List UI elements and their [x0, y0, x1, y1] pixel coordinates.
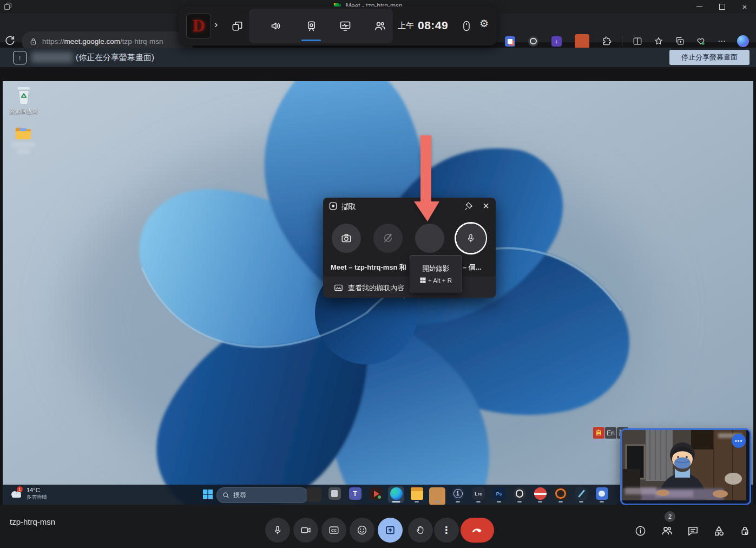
capture-widget-title: 擷取 [341, 202, 356, 212]
mouse-icon[interactable] [459, 18, 474, 34]
start-recording-tooltip: 開始錄影 + Alt + R [410, 255, 462, 292]
taskbar-app-lightroom[interactable]: Lrc [470, 486, 487, 503]
ext-blue-tool-icon[interactable] [505, 36, 515, 47]
chat-icon[interactable] [686, 524, 700, 538]
audio-icon[interactable] [268, 18, 284, 34]
reactions-button[interactable] [350, 518, 374, 543]
split-screen-icon[interactable] [629, 33, 646, 49]
ext-video-downloader-icon[interactable]: ↓ [551, 36, 562, 47]
taskbar-app-file-explorer[interactable] [409, 486, 425, 503]
video-more-options-button[interactable]: ••• [732, 434, 746, 448]
participants-count-badge: 2 [665, 511, 675, 522]
taskbar-app-photoshop[interactable]: Ps [491, 486, 507, 503]
widgets-icon[interactable] [229, 18, 245, 34]
taskbar-app-edge[interactable] [388, 486, 404, 503]
spacer-hidden [415, 224, 444, 253]
taskbar-app-red-green[interactable] [367, 486, 384, 503]
capture-mic-button[interactable] [456, 224, 485, 253]
taskbar-app-colorful-grid[interactable] [306, 486, 322, 503]
desktop-icon-folder[interactable] [9, 125, 37, 154]
ime-key-english[interactable]: En [605, 427, 616, 439]
meeting-details-icon[interactable] [633, 524, 647, 538]
ext-recorder-icon[interactable] [528, 36, 538, 47]
meeting-code: tzp-htrq-msn [10, 517, 55, 526]
start-button[interactable] [202, 489, 213, 500]
host-controls-lock-icon[interactable] [738, 524, 752, 538]
tooltip-shortcut: + Alt + R [428, 277, 452, 284]
favorites-star-icon[interactable] [650, 33, 667, 49]
self-video-preview[interactable]: ••• [620, 428, 751, 505]
meet-control-bar: tzp-htrq-msn CC [0, 505, 756, 548]
windows-logo-icon [202, 489, 213, 500]
close-button[interactable]: × [733, 0, 756, 14]
people-social-icon[interactable] [372, 18, 387, 34]
performance-icon[interactable] [338, 18, 353, 34]
more-options-button[interactable]: ⋮ [434, 518, 459, 543]
end-call-button[interactable] [461, 518, 494, 543]
url-text: https://meet.google.com/tzp-htrq-msn [42, 37, 163, 45]
capture-icon[interactable] [304, 18, 319, 34]
taskbar-app-paint-pen[interactable] [573, 486, 589, 503]
captions-button[interactable]: CC [321, 518, 346, 543]
taskbar-app-orange-dial[interactable] [553, 486, 569, 503]
annotation-arrow-icon [406, 133, 449, 225]
desktop-icon-recycle-bin[interactable]: 資源回收筒 [8, 84, 40, 114]
record-last-30s-button-disabled[interactable] [373, 224, 403, 253]
recycle-bin-label: 資源回收筒 [8, 108, 40, 114]
participants-icon[interactable] [660, 524, 674, 538]
capture-active-underline [301, 40, 321, 41]
activities-icon[interactable] [712, 524, 726, 538]
share-arrow-icon: ↑ [13, 51, 27, 64]
recycle-bin-icon [15, 84, 33, 106]
game-tile[interactable]: D [186, 14, 211, 38]
toolbar-right-icons: ↓ ⋯ [505, 33, 751, 49]
webcam-scene [622, 430, 746, 500]
taskbar-app-dark-ring[interactable] [511, 486, 528, 503]
taskbar-app-1password[interactable]: 1 [450, 486, 466, 503]
taskbar-app-snip-tool[interactable] [326, 486, 343, 503]
camera-button[interactable] [293, 518, 318, 543]
copilot-icon[interactable] [735, 33, 751, 49]
maximize-button[interactable] [711, 0, 733, 14]
ext-orange-grid-icon[interactable] [575, 34, 589, 49]
pin-icon[interactable] [464, 201, 474, 211]
tooltip-title: 開始錄影 [423, 264, 450, 273]
taskbar-search[interactable]: 搜尋 [216, 487, 308, 503]
more-menu-icon[interactable]: ⋯ [714, 33, 730, 49]
redacted-account-name [31, 52, 73, 63]
minimize-button[interactable] [688, 0, 711, 14]
present-screen-button-active[interactable] [378, 518, 403, 543]
weather-desc: 多雲時晴 [27, 494, 47, 500]
taskbar-app-teams[interactable]: T [347, 486, 363, 503]
screen: Meet - tzp-htrq-msn × https://meet.googl… [0, 0, 756, 548]
raise-hand-button[interactable] [408, 518, 433, 543]
windows-key-icon [420, 277, 426, 283]
collections-icon[interactable] [672, 33, 688, 49]
weather-temp: 14°C [27, 487, 47, 494]
weather-widget[interactable]: 1 14°C 多雲時晴 [9, 487, 47, 500]
chevron-right-icon[interactable]: › [214, 18, 218, 30]
taskbar-app-microsoft-store[interactable] [429, 486, 445, 503]
capture-close-icon[interactable]: × [479, 198, 493, 213]
gamebar-overlay: D › 上午08:49 [179, 6, 497, 45]
stop-sharing-button[interactable]: 停止分享螢幕畫面 [669, 50, 750, 65]
tab-stack-icon[interactable] [3, 2, 12, 11]
extensions-puzzle-icon[interactable] [599, 33, 615, 49]
search-label: 搜尋 [233, 491, 246, 500]
folder-icon [14, 125, 33, 141]
folder-label-redacted-line1 [12, 142, 35, 147]
ime-key-auto[interactable]: 自 [593, 427, 604, 439]
window-controls: × [688, 0, 756, 14]
browser-essentials-icon[interactable] [693, 33, 709, 49]
screen-share-banner: ↑ (你正在分享螢幕畫面) 停止分享螢幕畫面 [0, 48, 756, 67]
refresh-icon[interactable] [3, 34, 17, 48]
mic-button[interactable] [265, 518, 290, 543]
screenshot-button[interactable] [332, 224, 361, 253]
folder-label-redacted-line2 [17, 149, 30, 154]
extension-strip: ↓ [505, 34, 589, 49]
share-status-text: (你正在分享螢幕畫面) [76, 53, 154, 63]
gear-icon[interactable]: ⚙ [479, 17, 489, 29]
toolbar-divider [622, 36, 622, 46]
taskbar-app-red-ball[interactable] [532, 486, 548, 503]
taskbar-app-blue-cam[interactable] [594, 486, 610, 503]
